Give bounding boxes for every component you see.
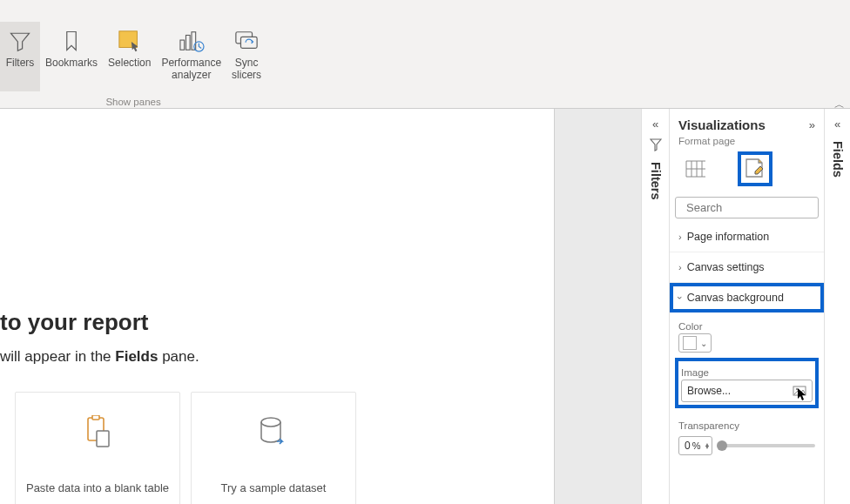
- collapse-visualizations-chevron-icon[interactable]: »: [809, 118, 815, 131]
- ribbon-filters-label: Filters: [6, 57, 35, 70]
- clipboard-icon: [83, 415, 112, 450]
- ribbon-performance-analyzer-button[interactable]: Performance analyzer: [156, 22, 226, 91]
- svg-rect-9: [97, 431, 109, 447]
- ribbon-filters-button[interactable]: Filters: [0, 22, 40, 91]
- expand-fields-chevron-icon[interactable]: «: [834, 118, 840, 131]
- color-swatch-icon: [683, 336, 697, 350]
- ribbon-group-label: Show panes: [0, 97, 266, 107]
- stepper-down-icon[interactable]: ▼: [704, 446, 710, 449]
- svg-rect-8: [92, 415, 99, 420]
- card-sample-dataset[interactable]: Try a sample dataset: [191, 392, 356, 504]
- ribbon-performance-l2: analyzer: [172, 70, 211, 82]
- section-canvas-background-label: Canvas background: [687, 292, 784, 304]
- image-block-highlighted: Image Browse...: [675, 358, 819, 408]
- ribbon-sync-l1: Sync: [235, 57, 259, 70]
- section-canvas-settings[interactable]: › Canvas settings: [670, 252, 824, 283]
- database-icon: [258, 415, 289, 450]
- fields-tab-label[interactable]: Fields: [831, 141, 845, 178]
- svg-rect-6: [241, 37, 258, 48]
- ribbon-sync-slicers-button[interactable]: Sync slicers: [226, 22, 266, 91]
- section-page-information-label: Page information: [687, 231, 770, 243]
- visualizations-title: Visualizations: [678, 118, 766, 132]
- transparency-value: 0: [685, 440, 691, 452]
- section-page-information[interactable]: › Page information: [670, 222, 824, 252]
- canvas-title: to your report: [0, 309, 554, 336]
- visualizations-pane: Visualizations » Format page: [669, 109, 824, 504]
- svg-rect-1: [180, 40, 185, 50]
- card-paste-data[interactable]: Paste data into a blank table: [15, 392, 180, 504]
- search-box[interactable]: [675, 197, 819, 218]
- format-page-tab-button[interactable]: [743, 157, 767, 181]
- performance-icon: [177, 26, 206, 56]
- ribbon-selection-label: Selection: [108, 57, 151, 70]
- image-label: Image: [681, 367, 813, 378]
- ribbon-performance-l1: Performance: [161, 57, 221, 70]
- ribbon-group-show-panes: Filters Bookmarks Selection Performance: [0, 22, 266, 109]
- selection-icon: [115, 26, 145, 56]
- funnel-icon: [5, 26, 35, 56]
- expand-filters-chevron-icon[interactable]: «: [652, 118, 658, 131]
- cursor-icon: [796, 387, 808, 401]
- canvas-subtitle: will appear in the Fields pane.: [0, 348, 554, 366]
- chevron-right-icon: ›: [678, 262, 682, 272]
- canvas-zone: to your report will appear in the Fields…: [0, 109, 641, 504]
- chevron-right-icon: ›: [678, 232, 682, 242]
- background-color-picker[interactable]: ⌄: [678, 333, 712, 353]
- visualizations-subtitle: Format page: [670, 136, 824, 151]
- section-canvas-background[interactable]: › Canvas background: [670, 283, 824, 312]
- ribbon-selection-button[interactable]: Selection: [103, 22, 156, 91]
- ribbon-sync-l2: slicers: [232, 70, 261, 82]
- svg-point-10: [261, 418, 280, 427]
- ribbon-expand-toggle-icon[interactable]: ︿: [834, 97, 845, 112]
- transparency-stepper[interactable]: 0 % ▲ ▼: [678, 436, 712, 455]
- filters-pane-collapsed: « Filters: [641, 109, 669, 504]
- grid-icon: [685, 159, 707, 178]
- svg-rect-2: [186, 35, 190, 50]
- ribbon: Filters Bookmarks Selection Performance: [0, 0, 850, 109]
- canvas-sub-prefix: will appear in the: [0, 348, 115, 365]
- ribbon-bookmarks-label: Bookmarks: [45, 57, 98, 70]
- canvas-background-panel: Color ⌄ Image Browse... Transparency 0: [670, 312, 824, 455]
- section-canvas-settings-label: Canvas settings: [687, 261, 765, 273]
- sync-slicers-icon: [232, 26, 261, 56]
- format-page-tab-highlighted: [738, 151, 772, 186]
- bookmark-icon: [57, 26, 86, 56]
- filters-tab-label[interactable]: Filters: [649, 162, 663, 200]
- browse-label: Browse...: [687, 385, 731, 397]
- background-image-browse[interactable]: Browse...: [681, 380, 813, 402]
- chevron-down-icon: ›: [675, 296, 685, 299]
- card-sample-dataset-label: Try a sample dataset: [221, 481, 327, 494]
- chevron-down-icon: ⌄: [700, 339, 707, 348]
- transparency-label: Transparency: [678, 420, 815, 431]
- format-page-icon: [743, 158, 767, 180]
- transparency-slider[interactable]: [719, 444, 815, 447]
- transparency-unit: %: [692, 440, 701, 451]
- card-paste-data-label: Paste data into a blank table: [26, 481, 169, 494]
- report-canvas: to your report will appear in the Fields…: [0, 109, 555, 504]
- color-label: Color: [678, 321, 815, 332]
- fields-pane-collapsed: « Fields: [824, 109, 850, 504]
- canvas-sub-bold: Fields: [115, 348, 158, 365]
- build-visual-tab-button[interactable]: [684, 157, 708, 181]
- canvas-sub-suffix: pane.: [158, 348, 199, 365]
- funnel-small-icon: [649, 138, 663, 151]
- ribbon-bookmarks-button[interactable]: Bookmarks: [40, 22, 103, 91]
- slider-thumb[interactable]: [717, 440, 727, 451]
- search-input[interactable]: [686, 201, 833, 214]
